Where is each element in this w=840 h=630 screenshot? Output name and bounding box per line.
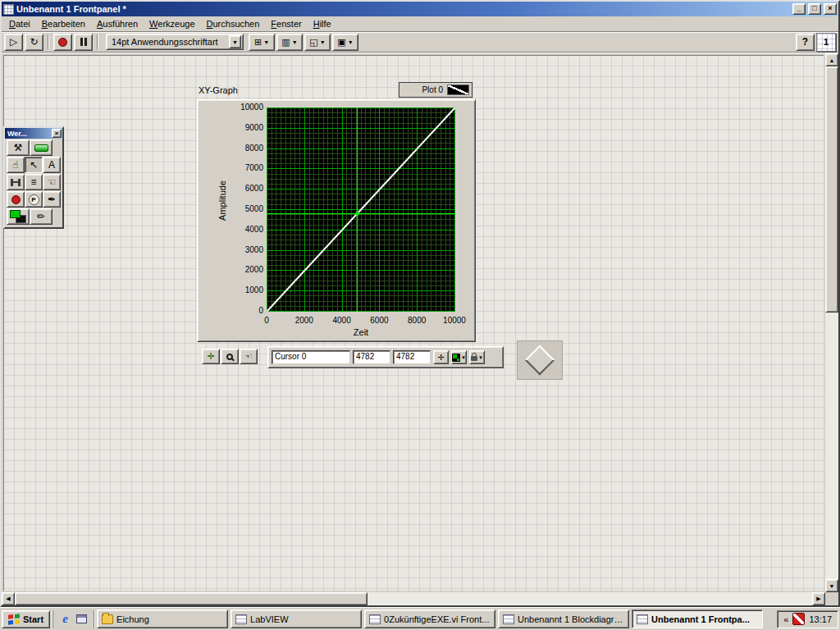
scroll-hand-icon: ☜ — [48, 177, 57, 187]
resize-objects-button[interactable]: ◱▼ — [304, 34, 331, 51]
tool-breakpoint[interactable] — [7, 191, 25, 208]
reorder-objects-button[interactable]: ▣▼ — [332, 34, 358, 51]
tool-set-color[interactable] — [7, 208, 30, 225]
menu-item-bearbeiten[interactable]: Bearbeiten — [36, 17, 91, 30]
toolbar-separator — [97, 34, 98, 49]
task-label: 0ZukünftigeEXE.vi Front... — [384, 614, 489, 624]
x-tick-label: 4000 — [332, 316, 350, 325]
internet-explorer-icon[interactable]: e — [58, 612, 72, 626]
taskbar-task-3[interactable]: 0ZukünftigeEXE.vi Front... — [364, 609, 495, 628]
folder-icon — [102, 614, 113, 624]
menu-item-fenster[interactable]: Fenster — [265, 17, 307, 30]
windows-flag-icon — [8, 614, 20, 624]
scroll-down-button[interactable]: ▼ — [825, 579, 838, 592]
vertical-scrollbar[interactable]: ▲ ▼ — [825, 53, 838, 592]
tool-edit-text[interactable]: A — [43, 157, 61, 173]
arrow-left-icon: ◀ — [6, 596, 10, 602]
run-continuous-button[interactable]: ↻ — [25, 34, 43, 51]
close-button[interactable]: × — [824, 3, 837, 15]
vertical-scroll-thumb[interactable] — [825, 66, 838, 313]
arrow-down-icon: ▼ — [829, 583, 835, 589]
graph-label: XY-Graph — [199, 85, 238, 95]
start-button[interactable]: Start — [2, 610, 50, 628]
scroll-left-button[interactable]: ◀ — [2, 592, 15, 605]
chevron-down-icon: ▼ — [232, 39, 238, 45]
maximize-button[interactable]: □ — [808, 3, 821, 15]
menu-item-werkzeuge[interactable]: Werkzeuge — [144, 17, 200, 30]
text-tool-icon: A — [48, 160, 55, 170]
frontpanel-canvas[interactable]: XY-Graph Plot 0 Amplitude Zeit 010002000… — [3, 55, 824, 591]
tool-auto-select[interactable]: ⚒ — [7, 139, 30, 156]
tool-get-color[interactable]: ✒ — [43, 191, 61, 208]
tool-auto-select-led[interactable] — [30, 139, 52, 156]
tool-probe[interactable]: P — [25, 191, 43, 208]
menu-item-datei[interactable]: Datei — [3, 17, 36, 30]
scroll-right-button[interactable]: ▶ — [812, 592, 825, 605]
cursor-move-button[interactable]: ✛ — [433, 350, 449, 364]
tools-palette-title: Wer... — [7, 130, 52, 138]
cursor-tool-button[interactable]: ✛ — [202, 349, 220, 364]
tool-shortcut-menu[interactable]: ≡ — [25, 174, 43, 190]
tools-palette-window: Wer... × ⚒ ☝ ↖ A ≡ ☜ P ✒ ✏ — [3, 126, 64, 229]
wrench-icon: ⚒ — [14, 143, 23, 153]
show-desktop-icon[interactable] — [75, 612, 89, 626]
pan-hand-icon: ☜ — [244, 351, 253, 362]
menu-item-durchsuchen[interactable]: Durchsuchen — [201, 17, 266, 30]
menu-item-ausfhren[interactable]: Ausführen — [91, 17, 144, 30]
minimize-button[interactable]: _ — [792, 3, 806, 15]
taskbar-task-5[interactable]: Unbenannt 1 Frontpa... — [632, 609, 763, 628]
tools-palette-titlebar[interactable]: Wer... × — [5, 128, 62, 139]
diamond-decoration — [517, 340, 563, 380]
xy-plot-svg[interactable] — [267, 107, 455, 312]
horizontal-scroll-thumb[interactable] — [15, 592, 368, 605]
align-objects-button[interactable]: ⊞▼ — [249, 34, 275, 51]
y-tick-label: 1000 — [226, 285, 263, 294]
tool-operate-value[interactable]: ☝ — [7, 157, 25, 173]
y-tick-label: 2000 — [226, 265, 263, 274]
taskbar-task-4[interactable]: Unbenannt 1 Blockdiagra... — [498, 609, 629, 628]
cursor-y-field[interactable]: 4782 — [393, 350, 431, 364]
y-tick-label: 9000 — [226, 123, 263, 132]
color-squares-icon — [9, 209, 27, 224]
help-button[interactable]: ? — [796, 34, 815, 51]
zoom-tool-button[interactable] — [221, 349, 239, 364]
tool-connect-wire[interactable] — [7, 174, 25, 190]
tool-paintbrush[interactable]: ✏ — [30, 208, 52, 225]
y-tick-label: 10000 — [226, 103, 263, 112]
menu-item-hilfe[interactable]: Hilfe — [308, 17, 337, 30]
abort-button[interactable] — [53, 34, 72, 51]
cursor-x-field[interactable]: 4782 — [353, 350, 390, 364]
cursor-name-field[interactable]: Cursor 0 — [272, 350, 350, 364]
arrow-cursor-icon: ↖ — [30, 160, 38, 170]
labview-frontpanel-window: Unbenannt 1 Frontpanel * _ □ × DateiBear… — [0, 0, 840, 607]
tray-chevron-button[interactable]: « — [783, 614, 788, 624]
graph-palette: ✛ ☜ — [202, 349, 258, 364]
cursor-lock-button[interactable]: ▼ — [469, 350, 485, 364]
scroll-up-button[interactable]: ▲ — [825, 53, 838, 66]
tray-app-icon[interactable] — [792, 613, 805, 625]
plot-legend[interactable]: Plot 0 — [399, 82, 472, 98]
quick-launch-bar: e — [52, 610, 94, 628]
taskbar-task-2[interactable]: LabVIEW — [231, 609, 362, 628]
taskbar-task-1[interactable]: Eichung — [97, 609, 228, 628]
titlebar[interactable]: Unbenannt 1 Frontpanel * _ □ × — [2, 2, 838, 16]
font-selector-arrow[interactable]: ▼ — [229, 35, 241, 48]
pan-tool-button[interactable]: ☜ — [240, 349, 258, 364]
tool-position-select[interactable]: ↖ — [25, 157, 43, 173]
plot-area[interactable] — [267, 107, 455, 312]
chevron-down-icon: ▼ — [478, 355, 483, 360]
horizontal-scrollbar[interactable]: ◀ ▶ — [2, 592, 825, 605]
pause-button[interactable] — [74, 34, 93, 51]
tool-scroll-window[interactable]: ☜ — [43, 174, 61, 190]
tools-palette-close-button[interactable]: × — [52, 129, 62, 138]
font-selector[interactable]: 14pt Anwendungsschriftart ▼ — [106, 34, 244, 50]
cursor-color-button[interactable]: ▼ — [451, 350, 467, 364]
chevron-down-icon: ▼ — [292, 39, 298, 45]
plot-line-sample-icon[interactable] — [447, 84, 469, 95]
run-button[interactable]: ▷ — [4, 34, 23, 51]
vi-icon-number: 1 — [824, 37, 829, 47]
abort-icon — [58, 38, 67, 47]
help-icon: ? — [802, 36, 808, 48]
distribute-objects-button[interactable]: ▥▼ — [276, 34, 303, 51]
vi-icon[interactable]: 1 — [816, 33, 836, 52]
